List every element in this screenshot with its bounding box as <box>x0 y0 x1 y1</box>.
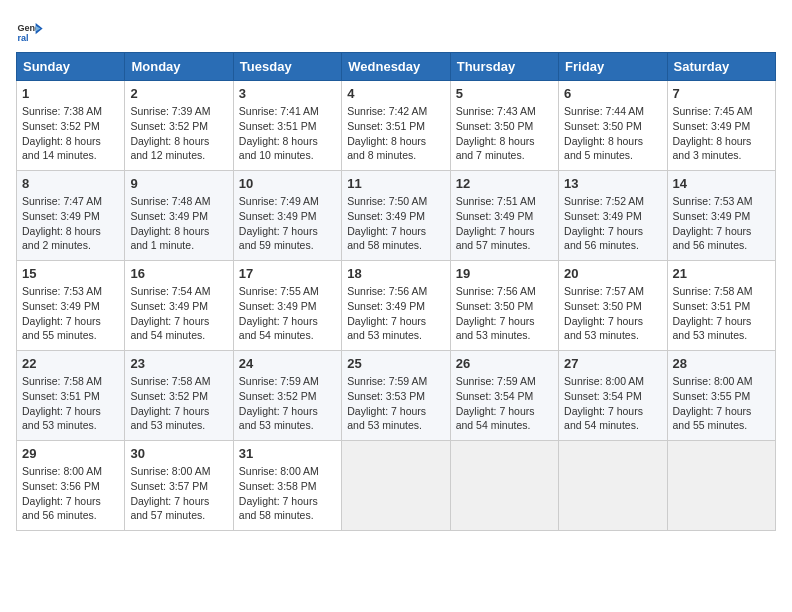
cell-info-line: Daylight: 7 hours <box>456 404 553 419</box>
cell-info-line: Sunset: 3:52 PM <box>239 389 336 404</box>
cell-info-line: Sunrise: 7:41 AM <box>239 104 336 119</box>
calendar-cell: 21Sunrise: 7:58 AMSunset: 3:51 PMDayligh… <box>667 261 775 351</box>
cell-info-line: and 53 minutes. <box>347 418 444 433</box>
cell-info-line: Sunrise: 7:59 AM <box>456 374 553 389</box>
cell-info-line: Sunrise: 7:45 AM <box>673 104 770 119</box>
day-number: 1 <box>22 85 119 103</box>
cell-info-line: Daylight: 7 hours <box>347 404 444 419</box>
day-number: 31 <box>239 445 336 463</box>
cell-info-line: Sunset: 3:50 PM <box>564 119 661 134</box>
cell-info-line: Daylight: 7 hours <box>239 494 336 509</box>
cell-info-line: Sunset: 3:49 PM <box>673 209 770 224</box>
cell-info-line: Daylight: 7 hours <box>22 404 119 419</box>
cell-info-line: and 14 minutes. <box>22 148 119 163</box>
calendar-cell <box>342 441 450 531</box>
cell-info-line: Sunset: 3:49 PM <box>22 209 119 224</box>
calendar-body: 1Sunrise: 7:38 AMSunset: 3:52 PMDaylight… <box>17 81 776 531</box>
cell-info-line: and 53 minutes. <box>239 418 336 433</box>
cell-info-line: Sunrise: 7:59 AM <box>347 374 444 389</box>
cell-info-line: and 54 minutes. <box>456 418 553 433</box>
cell-info-line: and 53 minutes. <box>347 328 444 343</box>
cell-info-line: Sunrise: 8:00 AM <box>22 464 119 479</box>
cell-info-line: Sunrise: 8:00 AM <box>239 464 336 479</box>
cell-info-line: Daylight: 8 hours <box>673 134 770 149</box>
cell-info-line: Sunset: 3:54 PM <box>564 389 661 404</box>
day-number: 23 <box>130 355 227 373</box>
day-number: 20 <box>564 265 661 283</box>
cell-info-line: Sunrise: 7:52 AM <box>564 194 661 209</box>
calendar-cell: 14Sunrise: 7:53 AMSunset: 3:49 PMDayligh… <box>667 171 775 261</box>
cell-info-line: Sunset: 3:52 PM <box>22 119 119 134</box>
cell-info-line: and 7 minutes. <box>456 148 553 163</box>
week-row-3: 15Sunrise: 7:53 AMSunset: 3:49 PMDayligh… <box>17 261 776 351</box>
cell-info-line: and 53 minutes. <box>130 418 227 433</box>
cell-info-line: and 54 minutes. <box>130 328 227 343</box>
calendar-cell: 20Sunrise: 7:57 AMSunset: 3:50 PMDayligh… <box>559 261 667 351</box>
day-number: 14 <box>673 175 770 193</box>
cell-info-line: Daylight: 7 hours <box>22 314 119 329</box>
cell-info-line: and 5 minutes. <box>564 148 661 163</box>
cell-info-line: and 59 minutes. <box>239 238 336 253</box>
cell-info-line: Sunset: 3:52 PM <box>130 119 227 134</box>
cell-info-line: Sunrise: 7:43 AM <box>456 104 553 119</box>
calendar-cell: 7Sunrise: 7:45 AMSunset: 3:49 PMDaylight… <box>667 81 775 171</box>
cell-info-line: Sunset: 3:49 PM <box>347 299 444 314</box>
calendar-cell: 8Sunrise: 7:47 AMSunset: 3:49 PMDaylight… <box>17 171 125 261</box>
day-number: 6 <box>564 85 661 103</box>
cell-info-line: Sunset: 3:56 PM <box>22 479 119 494</box>
cell-info-line: Sunrise: 7:54 AM <box>130 284 227 299</box>
day-number: 26 <box>456 355 553 373</box>
cell-info-line: Daylight: 7 hours <box>564 404 661 419</box>
calendar-cell: 24Sunrise: 7:59 AMSunset: 3:52 PMDayligh… <box>233 351 341 441</box>
cell-info-line: Sunrise: 7:53 AM <box>673 194 770 209</box>
calendar-cell: 10Sunrise: 7:49 AMSunset: 3:49 PMDayligh… <box>233 171 341 261</box>
cell-info-line: Sunrise: 7:49 AM <box>239 194 336 209</box>
calendar-cell: 12Sunrise: 7:51 AMSunset: 3:49 PMDayligh… <box>450 171 558 261</box>
calendar-cell: 23Sunrise: 7:58 AMSunset: 3:52 PMDayligh… <box>125 351 233 441</box>
cell-info-line: and 1 minute. <box>130 238 227 253</box>
cell-info-line: Sunset: 3:51 PM <box>239 119 336 134</box>
calendar-cell <box>559 441 667 531</box>
calendar-cell: 30Sunrise: 8:00 AMSunset: 3:57 PMDayligh… <box>125 441 233 531</box>
day-number: 12 <box>456 175 553 193</box>
cell-info-line: and 53 minutes. <box>22 418 119 433</box>
cell-info-line: Daylight: 7 hours <box>673 224 770 239</box>
cell-info-line: Daylight: 7 hours <box>673 314 770 329</box>
calendar-cell: 27Sunrise: 8:00 AMSunset: 3:54 PMDayligh… <box>559 351 667 441</box>
day-number: 5 <box>456 85 553 103</box>
week-row-1: 1Sunrise: 7:38 AMSunset: 3:52 PMDaylight… <box>17 81 776 171</box>
cell-info-line: and 54 minutes. <box>239 328 336 343</box>
day-number: 18 <box>347 265 444 283</box>
day-number: 24 <box>239 355 336 373</box>
cell-info-line: Sunset: 3:54 PM <box>456 389 553 404</box>
column-header-friday: Friday <box>559 53 667 81</box>
cell-info-line: Sunset: 3:52 PM <box>130 389 227 404</box>
cell-info-line: and 53 minutes. <box>564 328 661 343</box>
cell-info-line: Sunrise: 8:00 AM <box>130 464 227 479</box>
calendar-cell: 18Sunrise: 7:56 AMSunset: 3:49 PMDayligh… <box>342 261 450 351</box>
calendar-cell: 9Sunrise: 7:48 AMSunset: 3:49 PMDaylight… <box>125 171 233 261</box>
cell-info-line: Daylight: 7 hours <box>456 224 553 239</box>
day-number: 7 <box>673 85 770 103</box>
cell-info-line: Daylight: 7 hours <box>564 314 661 329</box>
calendar-cell: 17Sunrise: 7:55 AMSunset: 3:49 PMDayligh… <box>233 261 341 351</box>
calendar-cell: 4Sunrise: 7:42 AMSunset: 3:51 PMDaylight… <box>342 81 450 171</box>
cell-info-line: and 53 minutes. <box>456 328 553 343</box>
day-number: 19 <box>456 265 553 283</box>
cell-info-line: Sunset: 3:50 PM <box>456 299 553 314</box>
day-number: 16 <box>130 265 227 283</box>
cell-info-line: Sunset: 3:49 PM <box>130 209 227 224</box>
cell-info-line: Sunset: 3:49 PM <box>347 209 444 224</box>
calendar-cell: 6Sunrise: 7:44 AMSunset: 3:50 PMDaylight… <box>559 81 667 171</box>
cell-info-line: Sunset: 3:53 PM <box>347 389 444 404</box>
cell-info-line: and 53 minutes. <box>673 328 770 343</box>
calendar-cell: 31Sunrise: 8:00 AMSunset: 3:58 PMDayligh… <box>233 441 341 531</box>
cell-info-line: Daylight: 8 hours <box>347 134 444 149</box>
day-number: 11 <box>347 175 444 193</box>
column-header-thursday: Thursday <box>450 53 558 81</box>
cell-info-line: Sunrise: 7:56 AM <box>347 284 444 299</box>
cell-info-line: Sunset: 3:49 PM <box>564 209 661 224</box>
cell-info-line: Sunrise: 7:55 AM <box>239 284 336 299</box>
day-number: 10 <box>239 175 336 193</box>
cell-info-line: and 57 minutes. <box>456 238 553 253</box>
